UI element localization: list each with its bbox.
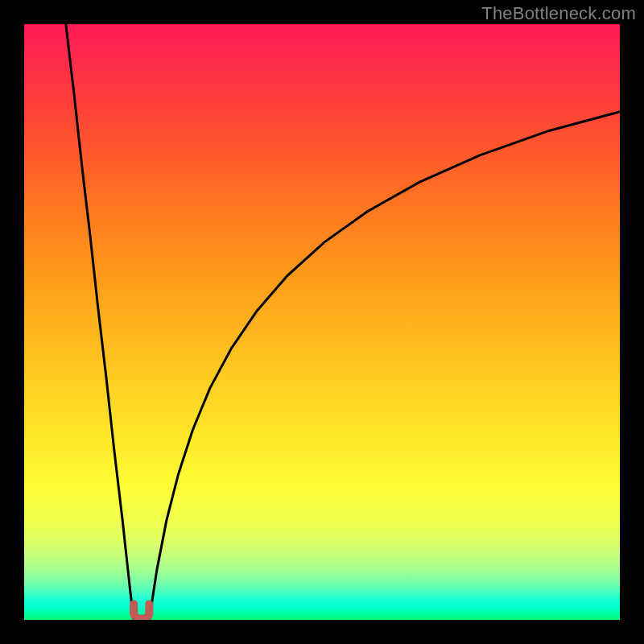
curve-left-branch — [66, 24, 134, 620]
curve-layer — [24, 24, 620, 620]
chart-stage: TheBottleneck.com — [0, 0, 644, 644]
plot-area — [24, 24, 620, 620]
bottleneck-marker — [130, 601, 153, 620]
watermark-text: TheBottleneck.com — [481, 3, 636, 24]
curve-right-branch — [149, 112, 620, 620]
